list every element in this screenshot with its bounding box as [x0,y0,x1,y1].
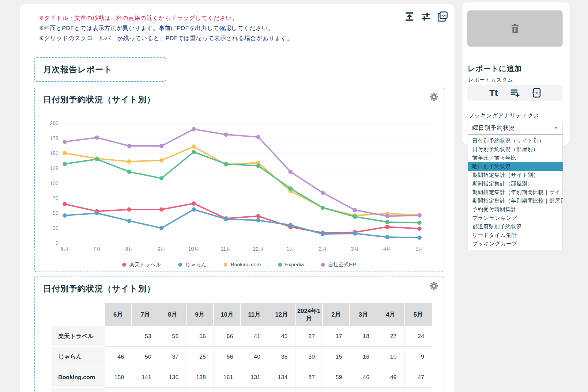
legend-label: Expedia [285,262,304,268]
series-point [127,219,131,223]
table-panel-title: 日付別予約状況（サイト別） [43,283,155,294]
pdf-export-button[interactable]: PDF [436,10,449,23]
warning-line: ※グリッドのスクロールバーが残っていると、PDFでは重なって表示される場合があり… [39,33,293,43]
series-point [62,213,67,218]
report-title: 月次報告レポート [35,64,112,75]
x-axis-label: 2月 [319,246,327,252]
series-point [417,235,422,240]
value-cell [241,388,268,392]
value-cell: 24 [405,326,432,347]
value-cell: 10 [377,347,405,367]
value-cell: 16 [350,347,377,367]
month-column-header: 2024年1月 [296,303,323,326]
value-cell: 66 [214,326,241,347]
series-point [256,218,260,223]
analytics-option[interactable]: 前年比／前々年比 [468,154,563,162]
x-axis-label: 9月 [157,246,165,252]
series-point [127,207,131,212]
analytics-option[interactable]: 曜日別予約状況 [468,162,563,171]
value-cell: 9 [405,347,432,367]
series-point [417,221,422,225]
text-icon: Tt [489,89,498,97]
value-cell [132,388,159,392]
value-cell: 161 [214,367,241,388]
value-cell: 87 [296,367,323,388]
y-axis-label: 25 [53,225,58,231]
table-panel[interactable]: 日付別予約状況（サイト別） [34,276,444,392]
analytics-option[interactable]: 予約受付時間集計 [468,205,563,214]
table-row: じゃらん46503725564038301516109 [51,347,432,367]
series-point [224,162,228,166]
list-add-icon [509,87,521,99]
analytics-option[interactable]: 期間指定集計（サイト別） [468,171,563,179]
legend-item[interactable]: 自社公式HP [321,261,356,268]
legend-item[interactable]: じゃらん [178,261,207,268]
month-column-header: 8月 [159,303,187,326]
booking-table: 6月7月8月9月10月11月12月2024年1月2月3月4月5月楽天トラベル53… [51,303,432,392]
value-cell [105,326,132,347]
series-point [288,223,293,227]
analytics-option[interactable]: 日付別予約状況（部屋別） [468,145,563,154]
align-top-button[interactable] [403,10,416,23]
value-cell: 134 [268,367,296,388]
table-settings-button[interactable] [429,281,439,291]
add-list-button[interactable] [509,87,521,99]
series-point [127,159,131,164]
series-point [159,144,164,148]
analytics-option[interactable]: ブッキングカーブ [468,239,563,248]
page-break-icon [531,87,542,99]
trash-drop-zone[interactable] [467,10,563,47]
analytics-option[interactable]: 期間指定集計（部屋別） [468,179,563,188]
value-cell: 59 [323,367,350,388]
analytics-option[interactable]: 都道府県別予約状況 [468,222,563,231]
x-axis-label: 3月 [351,246,359,252]
report-title-box[interactable]: 月次報告レポート [34,57,166,82]
y-axis-label: 200 [50,120,58,126]
legend-item[interactable]: Booking.com [224,261,261,268]
value-cell: 150 [105,367,132,388]
line-chart: 02550751001251501752006月7月8月9月10月11月12月1… [35,112,445,256]
chart-panel-title: 日付別予約状況（サイト別） [43,94,155,105]
value-cell: 56 [159,326,187,347]
value-cell: 37 [159,347,187,367]
value-cell: 46 [105,347,132,367]
chart-panel[interactable]: 日付別予約状況（サイト別） [34,87,444,272]
site-row-header: 楽天トラベル [51,326,105,347]
legend-item[interactable]: 楽天トラベル [122,261,161,268]
analytics-option[interactable]: 期間指定集計（年別期間比較｜部屋別） [468,196,563,205]
series-point [385,235,389,239]
series-line [65,210,419,238]
canvas-toolbar: PDF [403,10,449,23]
y-axis-label: 0 [56,240,58,246]
legend-label: じゃらん [185,261,207,268]
value-cell: 25 [187,347,214,367]
legend-dot [178,263,182,267]
y-axis-label: 50 [53,210,58,216]
chart-legend: 楽天トラベルじゃらんBooking.comExpedia自社公式HP [35,261,444,268]
value-cell [268,388,296,392]
analytics-option[interactable]: 期間指定集計（年別期間比較｜サイト別） [468,188,563,196]
site-row-header: Booking.com [51,367,105,388]
analytics-option[interactable]: リードタイム集計 [468,231,563,239]
layout-settings-button[interactable] [420,10,432,23]
series-point [127,144,131,148]
add-text-button[interactable]: Tt [488,87,500,99]
sidebar-card: レポートに追加 レポートカスタム Tt [462,2,570,145]
legend-item[interactable]: Expedia [278,261,304,268]
legend-dot [122,263,126,267]
chart-settings-button[interactable] [429,92,439,102]
series-point [95,157,99,161]
add-page-break-button[interactable] [530,87,543,99]
site-row-header: じゃらん [51,347,105,367]
legend-dot [321,263,325,267]
series-point [62,151,67,155]
y-axis-label: 75 [53,195,58,201]
analytics-option[interactable]: プランランキング [468,214,563,222]
series-point [62,202,67,206]
analytics-select[interactable]: 曜日別予約状況 ▼ [468,122,563,134]
analytics-option[interactable]: 日付別予約状況（サイト別） [468,136,563,145]
value-cell [377,388,405,392]
x-axis-label: 12月 [253,246,264,252]
series-point [385,214,389,218]
value-cell: 45 [268,326,296,347]
